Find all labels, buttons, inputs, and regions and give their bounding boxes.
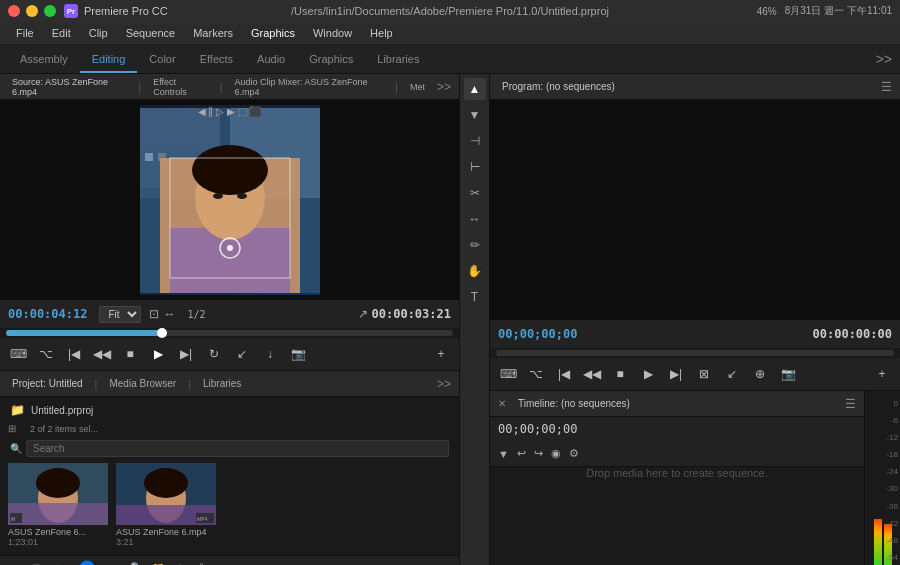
footer-grid-view[interactable]: ⊞ (28, 560, 44, 566)
minimize-button[interactable] (26, 5, 38, 17)
tab-graphics[interactable]: Graphics (297, 49, 365, 69)
footer-list-view[interactable]: ≡ (6, 560, 22, 566)
source-scrubber-track[interactable] (6, 330, 453, 336)
workspace-more-button[interactable]: >> (876, 51, 892, 67)
source-loop[interactable]: ↻ (204, 344, 224, 364)
program-tab[interactable]: Program: (no sequences) (498, 79, 619, 94)
media-item-2[interactable]: MP4 ASUS ZenFone 6.mp4 3:21 (116, 463, 216, 547)
menu-file[interactable]: File (8, 25, 42, 41)
source-next-edit[interactable]: ▶| (176, 344, 196, 364)
source-play[interactable]: ▶ (148, 344, 168, 364)
program-stop[interactable]: ■ (610, 364, 630, 384)
source-camera[interactable]: 📷 (288, 344, 308, 364)
source-prev-edit[interactable]: |◀ (64, 344, 84, 364)
menu-window[interactable]: Window (305, 25, 360, 41)
tab-color[interactable]: Color (137, 49, 187, 69)
tab-editing[interactable]: Editing (80, 49, 138, 69)
menu-clip[interactable]: Clip (81, 25, 116, 41)
tool-pen[interactable]: ✏ (464, 234, 486, 256)
media-grid: M ASUS ZenFone 6... 1;23;01 (4, 459, 455, 551)
footer-new-folder[interactable]: 📁 (150, 560, 166, 566)
footer-new-item[interactable]: ⊕ (172, 560, 188, 566)
tab-effects[interactable]: Effects (188, 49, 245, 69)
timeline-panel-menu[interactable]: ☰ (845, 397, 856, 411)
program-play[interactable]: ▶ (638, 364, 658, 384)
libraries-tab-project[interactable]: Libraries (199, 376, 245, 391)
timeline-timecode[interactable]: 00;00;00;00 (498, 422, 577, 436)
menu-edit[interactable]: Edit (44, 25, 79, 41)
maximize-button[interactable] (44, 5, 56, 17)
timeline-tool-2[interactable]: ↩ (517, 447, 526, 460)
project-tab[interactable]: Project: Untitled (8, 376, 87, 391)
tool-arrow-down[interactable]: ▼ (464, 104, 486, 126)
met-tab[interactable]: Met (406, 80, 429, 94)
media-duration-1: 1;23;01 (8, 537, 108, 547)
timeline-close-icon[interactable]: ✕ (498, 398, 506, 409)
program-panel-menu[interactable]: ☰ (881, 80, 892, 94)
tool-razor[interactable]: ✂ (464, 182, 486, 204)
media-item-1[interactable]: M ASUS ZenFone 6... 1;23;01 (8, 463, 108, 547)
tab-audio[interactable]: Audio (245, 49, 297, 69)
source-scrubber[interactable] (0, 330, 459, 336)
program-scrubber-track[interactable] (496, 350, 894, 356)
media-thumb-1: M (8, 463, 108, 525)
tool-arrow[interactable]: ▲ (464, 78, 486, 100)
tool-track-select[interactable]: ⊢ (464, 156, 486, 178)
source-scrubber-handle[interactable] (157, 328, 167, 338)
timeline-tool-4[interactable]: ◉ (551, 447, 561, 460)
tool-slip[interactable]: ↔ (464, 208, 486, 230)
source-tab-active[interactable]: Source: ASUS ZenFone 6.mp4 (8, 75, 130, 99)
program-camera[interactable]: 📷 (778, 364, 798, 384)
menu-sequence[interactable]: Sequence (118, 25, 184, 41)
program-next-edit[interactable]: ▶| (666, 364, 686, 384)
menu-graphics[interactable]: Graphics (243, 25, 303, 41)
timeline-tool-1[interactable]: ▼ (498, 448, 509, 460)
audio-clip-mixer-tab[interactable]: Audio Clip Mixer: ASUS ZenFone 6.mp4 (231, 75, 388, 99)
tool-ripple[interactable]: ⊣ (464, 130, 486, 152)
program-add[interactable]: + (872, 364, 892, 384)
footer-delete[interactable]: 🗑 (194, 560, 210, 566)
source-add[interactable]: + (431, 344, 451, 364)
media-browser-tab[interactable]: Media Browser (105, 376, 180, 391)
timeline-tool-5[interactable]: ⚙ (569, 447, 579, 460)
program-mark-out[interactable]: ⌥ (526, 364, 546, 384)
menu-help[interactable]: Help (362, 25, 401, 41)
program-timecode-left[interactable]: 00;00;00;00 (498, 327, 577, 341)
fit-dropdown[interactable]: Fit (99, 306, 141, 323)
svg-rect-19 (8, 503, 108, 525)
program-safe-margin[interactable]: ⊠ (694, 364, 714, 384)
program-mark-in[interactable]: ⌨ (498, 364, 518, 384)
footer-search[interactable]: 🔍 (128, 560, 144, 566)
source-stop[interactable]: ■ (120, 344, 140, 364)
program-step-back[interactable]: ◀◀ (582, 364, 602, 384)
tab-libraries[interactable]: Libraries (365, 49, 431, 69)
source-step-back[interactable]: ◀◀ (92, 344, 112, 364)
program-export[interactable]: ↙ (722, 364, 742, 384)
tab-assembly[interactable]: Assembly (8, 49, 80, 69)
source-mark-out[interactable]: ⌥ (36, 344, 56, 364)
tool-hand[interactable]: ✋ (464, 260, 486, 282)
timeline-tool-3[interactable]: ↪ (534, 447, 543, 460)
program-trim[interactable]: ⊕ (750, 364, 770, 384)
source-mark-in[interactable]: ⌨ (8, 344, 28, 364)
source-timecode-in[interactable]: 00:00:04:12 (8, 307, 87, 321)
project-panel-menu[interactable]: >> (437, 377, 451, 391)
program-scrubber[interactable] (490, 350, 900, 356)
tool-type[interactable]: T (464, 286, 486, 308)
meter-label-5: -30 (867, 484, 898, 493)
footer-freeform[interactable]: ◈ (50, 560, 66, 566)
source-overwrite[interactable]: ↓ (260, 344, 280, 364)
timeline-panel: ✕ Timeline: (no sequences) ☰ 00;00;00;00… (490, 391, 900, 565)
program-prev-edit[interactable]: |◀ (554, 364, 574, 384)
source-insert[interactable]: ↙ (232, 344, 252, 364)
source-cursor-icon[interactable]: ↗ (358, 307, 368, 321)
project-file-row[interactable]: 📁 Untitled.prproj (4, 401, 455, 419)
timeline-tab[interactable]: Timeline: (no sequences) (514, 396, 634, 411)
menu-markers[interactable]: Markers (185, 25, 241, 41)
effect-controls-tab[interactable]: Effect Controls (149, 75, 211, 99)
close-button[interactable] (8, 5, 20, 17)
source-panel-menu[interactable]: >> (437, 80, 451, 94)
source-video-area: ◀ ‖ ▷ ▶ ⬚ ⬛ (0, 100, 459, 300)
search-input[interactable] (26, 440, 449, 457)
program-timecode-row: 00;00;00;00 00:00:00:00 (490, 320, 900, 348)
